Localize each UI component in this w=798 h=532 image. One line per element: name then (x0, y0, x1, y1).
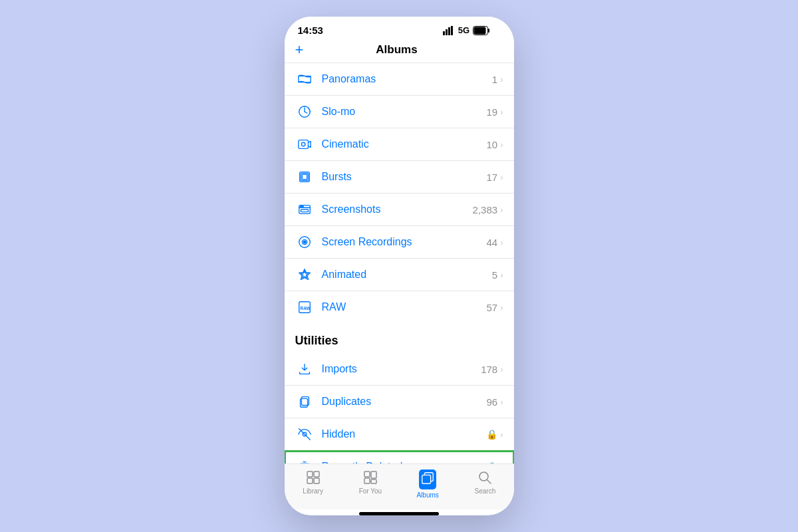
tab-bar: Library For You Albums (285, 464, 514, 509)
list-item-panoramas[interactable]: Panoramas 1 › (285, 63, 514, 96)
svg-rect-41 (371, 471, 376, 478)
svg-text:RAW: RAW (300, 306, 311, 311)
svg-rect-36 (314, 471, 319, 477)
duplicates-label: Duplicates (322, 396, 487, 408)
list-item-duplicates[interactable]: Duplicates 96 › (285, 386, 514, 418)
search-tab-icon (477, 469, 493, 485)
library-tab-icon (305, 469, 321, 485)
svg-rect-0 (443, 31, 445, 35)
svg-rect-1 (446, 29, 448, 35)
signal-icon (443, 26, 455, 35)
svg-rect-20 (301, 209, 308, 212)
duplicates-icon (295, 392, 314, 411)
albums-tab-icon-wrapper (419, 469, 436, 489)
list-item-animated[interactable]: Animated 5 › (285, 259, 514, 291)
animated-count: 5 (492, 269, 497, 281)
list-item-bursts[interactable]: Bursts 17 › (285, 161, 514, 194)
albums-tab-icon (420, 471, 435, 485)
list-item-imports[interactable]: Imports 178 › (285, 353, 514, 386)
svg-point-18 (300, 206, 301, 207)
utilities-list: Imports 178 › Duplicates 96 › (285, 353, 514, 464)
svg-rect-6 (488, 29, 489, 33)
screen-recordings-count: 44 (486, 237, 497, 248)
svg-rect-12 (298, 140, 308, 149)
screenshots-chevron: › (500, 205, 503, 215)
page-title: Albums (303, 43, 489, 57)
battery-level: 78 (491, 26, 500, 35)
panorama-icon (295, 70, 314, 88)
animated-icon (295, 265, 314, 284)
duplicates-chevron: › (500, 397, 503, 407)
svg-rect-39 (364, 471, 370, 477)
utilities-section-header: Utilities (285, 323, 514, 353)
tab-for-you[interactable]: For You (342, 469, 399, 499)
screen-recordings-label: Screen Recordings (322, 236, 487, 248)
add-album-button[interactable]: + (295, 43, 304, 57)
phone-frame: 14:53 5G 78 + Albums (285, 17, 514, 515)
hidden-chevron: › (500, 430, 503, 440)
screenshots-label: Screenshots (322, 203, 473, 215)
cinematic-chevron: › (500, 140, 503, 150)
list-item-recently-deleted[interactable]: Recently Deleted 🔒 › (285, 451, 514, 464)
svg-rect-40 (364, 478, 370, 483)
panoramas-label: Panoramas (322, 73, 492, 85)
raw-icon: RAW (295, 298, 314, 317)
bursts-label: Bursts (322, 171, 487, 183)
imports-chevron: › (500, 364, 503, 374)
svg-point-19 (302, 206, 303, 207)
slomo-count: 19 (486, 106, 497, 118)
imports-label: Imports (322, 363, 481, 375)
svg-marker-25 (301, 271, 307, 278)
imports-count: 178 (481, 364, 497, 375)
animated-label: Animated (322, 269, 492, 281)
tab-albums-label: Albums (416, 491, 438, 499)
svg-rect-5 (474, 27, 486, 34)
list-item-slomo[interactable]: Slo-mo 19 › (285, 96, 514, 128)
list-item-hidden[interactable]: Hidden 🔒 › (285, 418, 514, 451)
raw-chevron: › (500, 303, 503, 313)
list-item-raw[interactable]: RAW RAW 57 › (285, 291, 514, 323)
media-types-list: Panoramas 1 › Slo-mo (285, 63, 514, 323)
screen-recordings-icon (295, 233, 314, 251)
slomo-icon (295, 102, 314, 121)
imports-icon (295, 360, 314, 378)
battery-shape (473, 26, 490, 35)
tab-search-label: Search (475, 487, 496, 495)
hidden-label: Hidden (322, 428, 484, 440)
list-item-screen-recordings[interactable]: Screen Recordings 44 › (285, 226, 514, 259)
cinematic-label: Cinematic (322, 138, 487, 150)
bursts-icon (295, 168, 314, 186)
svg-line-10 (308, 108, 309, 109)
svg-rect-3 (451, 26, 453, 35)
duplicates-count: 96 (486, 396, 497, 408)
tab-library-label: Library (303, 487, 323, 495)
slomo-label: Slo-mo (322, 106, 487, 118)
svg-rect-35 (307, 471, 313, 477)
trash-icon (295, 458, 314, 464)
screenshots-count: 2,383 (473, 204, 498, 215)
bursts-count: 17 (486, 172, 497, 183)
list-item-cinematic[interactable]: Cinematic 10 › (285, 128, 514, 161)
panoramas-chevron: › (500, 74, 503, 84)
bursts-chevron: › (500, 172, 503, 182)
svg-rect-43 (422, 475, 431, 483)
animated-chevron: › (500, 270, 503, 280)
tab-for-you-label: For You (359, 487, 382, 495)
svg-rect-2 (448, 27, 450, 35)
tab-search[interactable]: Search (456, 469, 513, 499)
panoramas-count: 1 (492, 74, 497, 85)
status-icons: 5G 78 (443, 25, 501, 35)
tab-library[interactable]: Library (285, 469, 342, 499)
hidden-lock-icon: 🔒 (486, 429, 497, 440)
svg-rect-16 (302, 174, 307, 179)
nav-bar: + Albums (285, 40, 514, 63)
content-area: Panoramas 1 › Slo-mo (285, 63, 514, 464)
svg-point-13 (301, 142, 305, 146)
cinematic-count: 10 (486, 139, 497, 150)
list-item-screenshots[interactable]: Screenshots 2,383 › (285, 194, 514, 226)
cinematic-icon (295, 135, 314, 154)
svg-rect-42 (371, 479, 376, 483)
tab-albums[interactable]: Albums (399, 469, 456, 499)
svg-rect-37 (307, 478, 313, 483)
screen-recordings-chevron: › (500, 237, 503, 247)
